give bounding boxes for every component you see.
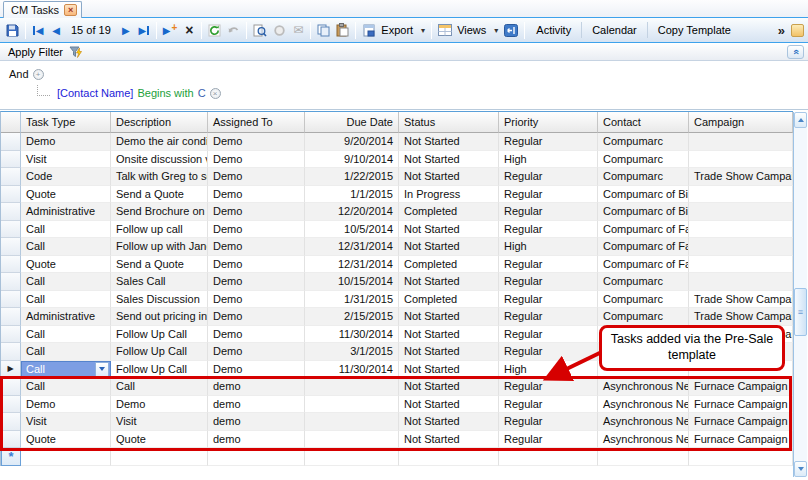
grid-cell[interactable]: Not Started	[399, 343, 499, 361]
grid-cell[interactable]: Demo	[208, 238, 305, 256]
grid-cell[interactable]: Not Started	[399, 221, 499, 239]
grid-cell[interactable]: 10/15/2014	[305, 273, 399, 291]
grid-cell[interactable]: Regular	[499, 203, 598, 221]
views-button[interactable]: Views ▾	[436, 20, 500, 40]
refresh-button[interactable]	[206, 20, 223, 40]
grid-cell[interactable]: Demo	[208, 291, 305, 309]
grid-cell[interactable]: Compumarc of Fargo	[598, 221, 689, 239]
mail-button[interactable]: ✉	[290, 20, 306, 40]
grid-cell[interactable]: Regular	[499, 256, 598, 274]
row-selector[interactable]	[1, 326, 21, 344]
grid-cell[interactable]: Demo	[208, 326, 305, 344]
table-row[interactable]: CallFollow up with JaneDemo12/31/2014Not…	[1, 238, 793, 256]
grid-cell[interactable]: Compumarc	[598, 308, 689, 326]
grid-cell[interactable]: Trade Show Campaign	[689, 291, 793, 309]
row-selector[interactable]	[1, 256, 21, 274]
nav-next-button[interactable]: ▶	[118, 20, 134, 40]
column-header-description[interactable]: Description	[111, 112, 208, 133]
grid-cell[interactable]: Follow Up Call	[111, 326, 208, 344]
grid-cell[interactable]: Not Started	[399, 168, 499, 186]
grid-cell[interactable]: Regular	[499, 133, 598, 151]
filter-field[interactable]: [Contact Name]	[57, 87, 133, 99]
grid-cell[interactable]: Regular	[499, 221, 598, 239]
grid-cell[interactable]: Sales Call	[111, 273, 208, 291]
column-header-assigned-to[interactable]: Assigned To	[208, 112, 305, 133]
grid-cell[interactable]: Compumarc	[598, 273, 689, 291]
grid-cell[interactable]: Demo the air conditi...	[111, 133, 208, 151]
row-selector[interactable]	[1, 151, 21, 169]
grid-cell[interactable]: Demo	[208, 133, 305, 151]
grid-cell[interactable]: 2/15/2015	[305, 308, 399, 326]
grid-cell[interactable]: Not Started	[399, 133, 499, 151]
row-selector[interactable]	[1, 203, 21, 221]
grid-cell[interactable]: 1/22/2015	[305, 168, 399, 186]
grid-cell[interactable]: Completed	[399, 291, 499, 309]
table-row[interactable]: CallSales CallDemo10/15/2014Not StartedR…	[1, 273, 793, 291]
grid-cell[interactable]: 12/31/2014	[305, 256, 399, 274]
grid-cell[interactable]: Send out pricing info...	[111, 308, 208, 326]
grid-cell[interactable]: Not Started	[399, 273, 499, 291]
tab-cm-tasks[interactable]: CM Tasks ×	[3, 1, 82, 18]
grid-cell[interactable]: Quote	[21, 186, 111, 204]
scroll-down-button[interactable]	[794, 461, 807, 477]
column-header-due-date[interactable]: Due Date	[305, 112, 399, 133]
grid-cell[interactable]: Completed	[399, 256, 499, 274]
grid-cell[interactable]: Call	[21, 238, 111, 256]
table-row[interactable]: QuoteSend a QuoteDemo12/31/2014Completed…	[1, 256, 793, 274]
grid-cell[interactable]: 9/10/2014	[305, 151, 399, 169]
grid-cell[interactable]	[689, 256, 793, 274]
nav-last-button[interactable]: ▶	[136, 20, 152, 40]
sticky-note-icon[interactable]	[791, 24, 804, 37]
filter-operator[interactable]: Begins with	[137, 87, 193, 99]
row-selector[interactable]	[1, 291, 21, 309]
grid-cell[interactable]: Regular	[499, 186, 598, 204]
grid-cell[interactable]: Demo	[208, 308, 305, 326]
grid-cell[interactable]	[689, 151, 793, 169]
grid-cell[interactable]: 1/1/2015	[305, 186, 399, 204]
add-condition-icon[interactable]: +	[33, 69, 44, 80]
grid-cell[interactable]	[689, 133, 793, 151]
nav-first-button[interactable]: ◀	[30, 20, 46, 40]
paste-button[interactable]	[334, 20, 351, 40]
row-selector[interactable]	[1, 343, 21, 361]
grid-cell[interactable]: Call	[21, 291, 111, 309]
table-row[interactable]: CallFollow up callDemo10/5/2014Not Start…	[1, 221, 793, 239]
copy-template-button[interactable]: Copy Template	[651, 20, 738, 40]
grid-cell[interactable]: Not Started	[399, 308, 499, 326]
row-selector[interactable]	[1, 186, 21, 204]
scroll-up-button[interactable]	[794, 112, 807, 128]
grid-cell[interactable]: High	[499, 238, 598, 256]
grid-cell[interactable]: Demo	[208, 256, 305, 274]
sync-button[interactable]	[271, 20, 288, 40]
table-row[interactable]: AdministrativeSend out pricing info...De…	[1, 308, 793, 326]
nav-previous-button[interactable]: ◀	[48, 20, 64, 40]
export-button[interactable]: Export ▾	[360, 20, 427, 40]
table-row[interactable]: QuoteSend a QuoteDemo1/1/2015In Progress…	[1, 186, 793, 204]
row-selector[interactable]	[1, 221, 21, 239]
copy-button[interactable]	[315, 20, 332, 40]
grid-cell[interactable]: 12/31/2014	[305, 238, 399, 256]
grid-cell[interactable]: Not Started	[399, 326, 499, 344]
scrollbar-thumb[interactable]: ≡	[794, 288, 807, 336]
grid-cell[interactable]: Demo	[208, 151, 305, 169]
grid-cell[interactable]: Follow up with Jane	[111, 238, 208, 256]
table-row[interactable]: DemoDemo the air conditi...Demo9/20/2014…	[1, 133, 793, 151]
tab-close-icon[interactable]: ×	[64, 4, 77, 16]
print-preview-button[interactable]	[251, 20, 269, 40]
grid-cell[interactable]: Compumarc of Bism...	[598, 203, 689, 221]
grid-cell[interactable]: Call	[21, 343, 111, 361]
grid-cell[interactable]: 9/20/2014	[305, 133, 399, 151]
grid-cell[interactable]: Compumarc of Fargo	[598, 238, 689, 256]
collapse-panel-button[interactable]	[502, 20, 520, 40]
table-row[interactable]: CodeTalk with Greg to se...Demo1/22/2015…	[1, 168, 793, 186]
filter-group-operator[interactable]: And	[9, 68, 29, 80]
grid-cell[interactable]	[689, 238, 793, 256]
grid-cell[interactable]: Call	[21, 221, 111, 239]
grid-cell[interactable]: Completed	[399, 203, 499, 221]
apply-filter-bar[interactable]: Apply Filter «	[0, 44, 808, 61]
dropdown-button[interactable]	[95, 362, 109, 377]
undo-button[interactable]	[225, 20, 242, 40]
grid-cell[interactable]: 1/31/2015	[305, 291, 399, 309]
grid-cell[interactable]: Not Started	[399, 238, 499, 256]
grid-cell[interactable]: In Progress	[399, 186, 499, 204]
